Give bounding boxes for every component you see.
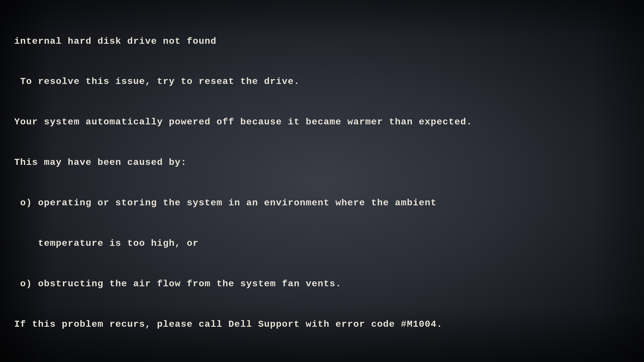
error-line-1: internal hard disk drive not found: [14, 35, 472, 48]
error-line-7: o) obstructing the air flow from the sys…: [14, 277, 472, 291]
error-text-area: internal hard disk drive not found To re…: [0, 0, 481, 362]
error-line-8: If this problem recurs, please call Dell…: [14, 318, 472, 331]
bios-error-screen: internal hard disk drive not found To re…: [0, 0, 644, 362]
error-line-3: Your system automatically powered off be…: [14, 115, 472, 129]
error-line-2: To resolve this issue, try to reseat the…: [14, 75, 472, 88]
error-line-5: o) operating or storing the system in an…: [14, 196, 472, 210]
error-line-4: This may have been caused by:: [14, 156, 472, 169]
error-line-6: temperature is too high, or: [14, 237, 472, 250]
blank-line-1: [14, 358, 472, 362]
